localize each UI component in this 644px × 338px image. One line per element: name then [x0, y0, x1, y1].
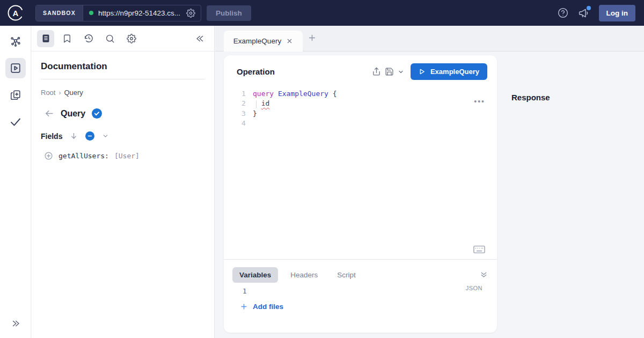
tab-label: ExampleQuery [233, 37, 281, 45]
gear-icon [127, 34, 136, 43]
close-tab-button[interactable] [286, 38, 293, 45]
help-circle-icon [558, 8, 568, 18]
play-icon [419, 68, 426, 75]
document-icon [41, 33, 51, 43]
tab-headers[interactable]: Headers [283, 267, 325, 283]
apollo-sandbox-app: A SANDBOX https://n9pr92-51423.cs... Pub… [0, 0, 644, 338]
apollo-logo-icon[interactable]: A [7, 4, 24, 21]
share-operation-button[interactable] [372, 67, 381, 76]
save-operation-button[interactable] [385, 67, 394, 76]
code-text: query ExampleQuery { [241, 90, 337, 98]
chevrons-down-icon [479, 270, 488, 280]
help-button[interactable] [558, 8, 568, 18]
explorer-play-icon [10, 62, 21, 74]
field-name-link[interactable]: getAllUsers: [58, 152, 109, 160]
add-field-button[interactable] [44, 151, 53, 160]
collapse-bottom-panel-button[interactable] [479, 270, 488, 280]
topbar-right-group: Log in [558, 5, 636, 21]
code-line-4: 4 [224, 119, 497, 129]
line-number: 1 [224, 287, 247, 295]
schema-diff-icon [10, 89, 21, 101]
type-added-check-badge[interactable] [92, 108, 102, 119]
code-text: } [241, 109, 257, 117]
fields-options-chevron[interactable] [102, 133, 109, 139]
docs-divider [41, 79, 205, 79]
connection-settings-gear-icon[interactable] [186, 9, 201, 18]
tab-script[interactable]: Script [330, 267, 363, 283]
indent-guide [256, 100, 257, 108]
chevron-down-icon [398, 69, 404, 75]
chevrons-right-icon [11, 319, 20, 328]
history-button[interactable] [80, 30, 97, 47]
schema-graph-nav-button[interactable] [5, 31, 26, 52]
publish-button[interactable]: Publish [207, 5, 251, 21]
code-text: id [241, 99, 269, 107]
checks-nav-button[interactable] [5, 112, 26, 132]
operation-editor[interactable]: 1 query ExampleQuery { 2 id 3 } 4 ••• [224, 89, 497, 259]
changelog-nav-button[interactable] [5, 85, 26, 105]
environment-chip: SANDBOX [36, 5, 83, 21]
docs-content: Documentation Root › Query Query [32, 52, 214, 160]
brace-token: { [333, 90, 337, 98]
documentation-tab-button[interactable] [37, 30, 54, 47]
login-button[interactable]: Log in [599, 5, 636, 21]
explorer-settings-button[interactable] [123, 30, 140, 47]
endpoint-url[interactable]: https://n9pr92-51423.cs... [83, 9, 186, 17]
remove-all-fields-badge[interactable] [85, 131, 94, 141]
add-files-button[interactable]: Add files [240, 303, 283, 311]
breadcrumb-root-link[interactable]: Root [41, 89, 55, 97]
response-panel: Response [505, 52, 644, 102]
endpoint-url-text: https://n9pr92-51423.cs... [98, 9, 180, 17]
line-number: 2 [224, 99, 241, 107]
chevrons-left-icon [195, 34, 205, 43]
json-mode-label: JSON [466, 285, 482, 291]
notification-dot [587, 6, 591, 10]
main-area: ExampleQuery Operation [215, 26, 644, 338]
search-button[interactable] [101, 30, 119, 47]
tab-variables[interactable]: Variables [232, 267, 278, 283]
operation-panel: Operation [224, 55, 497, 333]
back-button[interactable] [44, 108, 54, 119]
operation-actions [372, 67, 404, 76]
bookmark-icon [62, 34, 72, 43]
explorer-nav-button[interactable] [5, 58, 26, 78]
expand-rail-button[interactable] [9, 317, 22, 330]
response-title: Response [505, 93, 644, 102]
line-number: 3 [224, 109, 241, 117]
minus-icon [87, 134, 92, 138]
editor-options-kebab-button[interactable]: ••• [474, 97, 485, 106]
new-tab-button[interactable] [308, 33, 317, 42]
chevron-down-icon [102, 133, 109, 139]
save-floppy-icon [385, 67, 394, 76]
run-button-label: ExampleQuery [430, 68, 479, 76]
search-icon [105, 34, 115, 43]
field-type-link[interactable]: [User] [114, 152, 140, 160]
save-options-chevron-button[interactable] [398, 69, 404, 75]
graph-network-icon [10, 35, 21, 47]
close-icon [286, 38, 293, 45]
operation-name-token: ExampleQuery [278, 90, 328, 98]
connection-status-dot [89, 11, 93, 15]
operation-header: Operation [224, 55, 497, 80]
fields-label: Fields [41, 132, 62, 141]
run-operation-button[interactable]: ExampleQuery [411, 63, 487, 80]
saved-operations-button[interactable] [58, 30, 76, 47]
documentation-panel: Documentation Root › Query Query [32, 26, 215, 338]
environment-label: SANDBOX [43, 10, 76, 16]
collapse-docs-panel-button[interactable] [192, 30, 209, 47]
history-clock-icon [84, 33, 94, 43]
variables-line-1: 1 [224, 287, 497, 295]
code-line-3: 3 } [224, 108, 497, 119]
sort-fields-button[interactable] [70, 132, 78, 140]
endpoint-pill[interactable]: SANDBOX https://n9pr92-51423.cs... [35, 5, 201, 21]
field-row-getallusers: getAllUsers: [User] [41, 151, 205, 160]
keyboard-icon [473, 245, 485, 254]
line-number: 1 [224, 90, 241, 98]
response-spacer [505, 52, 644, 93]
announcements-button[interactable] [578, 8, 589, 19]
operation-tabstrip: ExampleQuery [215, 26, 644, 52]
keyboard-shortcuts-button[interactable] [473, 245, 485, 254]
arrow-down-icon [70, 132, 78, 140]
variables-editor[interactable]: JSON 1 Add files [224, 287, 497, 311]
tab-examplequery[interactable]: ExampleQuery [224, 31, 303, 52]
